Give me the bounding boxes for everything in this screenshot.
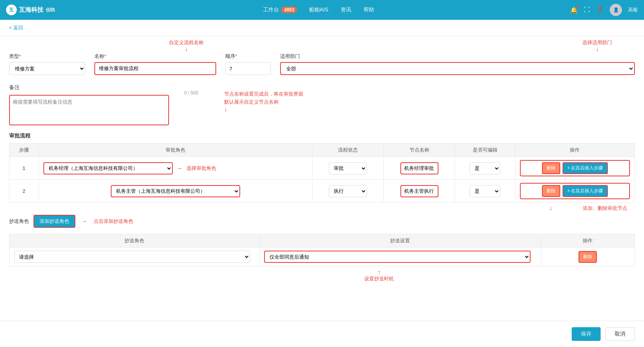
status-cell-2: 执行 [312,180,384,203]
cc-role-annotation: 点击添加抄送角色 [94,218,133,225]
form-group-order: 顺序* [225,53,271,75]
cc-row-header: 抄送角色 添加抄送角色 → 点击添加抄送角色 [9,215,635,228]
node-annotation: 节点名称设置完成后，将在审批界面 默认展示自定义节点名称 ↓ [224,90,303,112]
notification-dot [576,6,579,8]
ops-container-1: 删除 + 在其后插入步骤 [520,160,630,176]
cc-timing-ann-bottom: ↑ 设置抄送时机 [9,269,635,282]
nav-right: 🔔 ⛶ ❓ 👤 高银 [570,4,638,16]
col-node: 节点名称 [384,144,455,157]
status-select-2[interactable]: 执行 [329,185,367,197]
cc-setting-select[interactable]: 仅全部同意后通知 [264,251,531,263]
approval-table: 步骤 审批角色 流程状态 节点名称 是否可编辑 操作 1 [9,143,635,203]
remark-section: 备注 0 / 500 节点名称设置完成后，将在审批界面 默认展示自定义节点名称 … [9,81,635,126]
step-1: 1 [10,157,39,180]
notification-bell-icon[interactable]: 🔔 [570,6,578,14]
editable-cell-1: 是 [455,157,515,180]
name-label: 名称* [94,53,216,60]
form-area: 自定义流程名称 ↓ 选择适用部门 ↓ 类型* 维修方案 名称* [0,36,644,311]
remark-label: 备注 [9,84,169,91]
remark-textarea[interactable] [9,95,169,125]
cc-ops-cell: 删除 [541,248,634,266]
approval-section-title: 审批流程 [9,133,635,139]
editable-cell-2: 是 [455,180,515,203]
status-select-1[interactable]: 审批 [329,162,367,174]
ops-cell-1: 删除 + 在其后插入步骤 [515,157,634,180]
role-select-2[interactable]: 机务主管（上海互海信息科技有限公司） [111,185,240,197]
remark-annotation: 0 / 500 节点名称设置完成后，将在审批界面 默认展示自定义节点名称 ↓ [181,90,303,112]
ops-cell-2: 删除 + 在其后插入步骤 [515,180,634,203]
nav-item-news[interactable]: 资讯 [341,6,351,13]
char-count: 0 / 500 [184,90,198,96]
dept-annotation: 选择适用部门 ↓ [582,39,612,52]
cc-table-row: 请选择 仅全部同意后通知 删除 [10,248,635,266]
node-input-1[interactable] [400,162,438,174]
nav-item-workbench[interactable]: 工作台 4053 [263,6,297,13]
textarea-wrapper [9,95,169,126]
bottom-bar: 保存 取消 [0,321,644,347]
col-editable: 是否可编辑 [455,144,515,157]
logo-area: 互 互海科技 佰鸥 [6,5,67,15]
breadcrumb-bar: < 返回 [0,20,644,36]
insert-btn-1[interactable]: + 在其后插入步骤 [563,162,607,174]
fullscreen-icon[interactable]: ⛶ [584,6,590,13]
ops-container-2: 删除 + 在其后插入步骤 [520,183,630,199]
nav-item-help[interactable]: 帮助 [363,6,374,13]
help-icon[interactable]: ❓ [596,6,604,14]
add-cc-button[interactable]: 添加抄送角色 [33,215,75,228]
order-input[interactable] [225,62,271,75]
logo-icon: 互 [6,5,17,15]
form-group-name: 名称* [94,53,216,75]
name-input[interactable] [94,62,216,75]
cc-table: 抄送角色 抄送设置 操作 请选择 仅全部 [9,234,635,266]
role-select-1[interactable]: 机务经理（上海互海信息科技有限公司） [43,162,173,174]
nav-item-ais[interactable]: 船舶AIS [309,6,328,13]
cc-label: 抄送角色 [9,218,29,225]
save-button[interactable]: 保存 [572,327,601,341]
step-2: 2 [10,180,39,203]
cc-col-setting: 抄送设置 [260,234,541,248]
table-row: 1 机务经理（上海互海信息科技有限公司） → 选择审批角色 [10,157,635,180]
form-group-type: 类型* 维修方案 [9,53,85,75]
cc-role-select[interactable]: 请选择 [14,251,250,263]
order-label: 顺序* [225,53,271,60]
top-navigation: 互 互海科技 佰鸥 工作台 4053 船舶AIS 资讯 帮助 🔔 ⛶ ❓ 👤 高… [0,0,644,20]
cc-delete-btn[interactable]: 删除 [579,251,597,263]
cc-col-ops: 操作 [541,234,634,248]
name-annotation: 自定义流程名称 ↓ [169,39,204,52]
dept-select[interactable]: 全部 [280,62,635,75]
workbench-badge: 4053 [281,7,297,13]
approval-section: 审批流程 步骤 审批角色 流程状态 节点名称 是否可编辑 操作 1 [9,133,635,212]
form-row-1: 类型* 维修方案 名称* 顺序* 适用部门 [9,53,635,75]
col-ops: 操作 [515,144,634,157]
type-select[interactable]: 维修方案 [9,62,85,75]
avatar[interactable]: 👤 [610,4,622,16]
col-role: 审批角色 [38,144,312,157]
node-cell-2 [384,180,455,203]
delete-btn-2[interactable]: 删除 [542,185,560,197]
logo-text: 互海科技 [19,6,43,14]
cc-section: 抄送角色 添加抄送角色 → 点击添加抄送角色 抄送角色 抄送设置 操作 [9,215,635,282]
role-annotation-1: 选择审批角色 [187,165,216,172]
col-status: 流程状态 [312,144,384,157]
ops-annotation: ↓ 添加、删除审批节点 [9,205,635,212]
cc-setting-cell: 仅全部同意后通知 [260,248,541,266]
dept-label: 适用部门 [280,53,635,60]
delete-btn-1[interactable]: 删除 [542,162,560,174]
editable-select-1[interactable]: 是 [470,162,500,174]
back-link[interactable]: < 返回 [9,24,635,31]
remark-group: 备注 [9,81,169,126]
cc-role-cell: 请选择 [10,248,260,266]
insert-btn-2[interactable]: + 在其后插入步骤 [563,185,607,197]
cc-col-role: 抄送角色 [10,234,260,248]
type-label: 类型* [9,53,85,60]
table-row: 2 机务主管（上海互海信息科技有限公司） 执行 [10,180,635,203]
cancel-button[interactable]: 取消 [605,327,635,341]
logo-sub: 佰鸥 [46,7,55,13]
col-step: 步骤 [10,144,39,157]
role-cell-1: 机务经理（上海互海信息科技有限公司） → 选择审批角色 [38,157,312,180]
node-input-2[interactable] [400,185,438,197]
username: 高银 [628,6,638,13]
form-group-dept: 适用部门 全部 [280,53,635,75]
cc-timing-ann-text: ↑ 设置抄送时机 [364,269,394,282]
editable-select-2[interactable]: 是 [470,185,500,197]
